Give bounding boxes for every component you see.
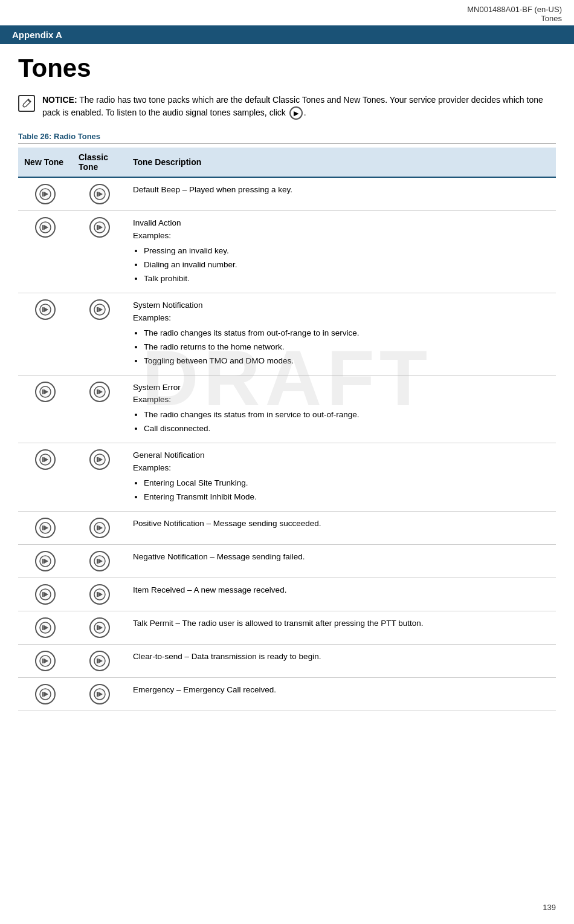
new-tone-icon[interactable] (35, 382, 56, 402)
classic-tone-icon-cell[interactable] (73, 578, 127, 611)
list-item: Entering Local Site Trunking. (144, 477, 550, 490)
table-row: Default Beep – Played when pressing a ke… (18, 177, 556, 211)
table-header: New Tone Classic Tone Tone Description (18, 148, 556, 177)
table-body: Default Beep – Played when pressing a ke… (18, 177, 556, 711)
new-tone-icon[interactable] (35, 684, 56, 704)
audio-click-icon[interactable]: ▶ (289, 106, 303, 120)
description-intro: Examples: (133, 231, 171, 240)
description-list: The radio changes its status from in ser… (144, 409, 550, 435)
classic-tone-icon-cell[interactable] (73, 677, 127, 711)
new-tone-icon-cell[interactable] (18, 611, 73, 644)
table-row: System ErrorExamples:The radio changes i… (18, 375, 556, 443)
description-title: Positive Notification – Message sending … (133, 519, 321, 528)
header-meta: MN001488A01-BF (en-US) Tones (0, 0, 574, 25)
new-tone-icon-cell[interactable] (18, 211, 73, 293)
new-tone-icon-cell[interactable] (18, 443, 73, 512)
new-tone-icon[interactable] (35, 518, 56, 538)
description-title: Default Beep – Played when pressing a ke… (133, 185, 292, 194)
description-intro: Examples: (133, 313, 171, 322)
classic-tone-icon-cell[interactable] (73, 177, 127, 211)
svg-rect-63 (42, 692, 44, 697)
description-cell: General NotificationExamples:Entering Lo… (127, 443, 556, 512)
svg-rect-42 (97, 559, 98, 564)
svg-rect-54 (97, 625, 98, 630)
description-title: Item Received – A new message received. (133, 585, 286, 594)
classic-tone-icon[interactable] (89, 584, 110, 605)
classic-tone-icon[interactable] (89, 684, 110, 704)
table-row: Invalid ActionExamples:Pressing an inval… (18, 211, 556, 293)
svg-rect-18 (97, 307, 98, 312)
classic-tone-icon[interactable] (89, 449, 110, 470)
classic-tone-icon-cell[interactable] (73, 443, 127, 512)
classic-tone-icon[interactable] (89, 518, 110, 538)
description-cell: Talk Permit – The radio user is allowed … (127, 611, 556, 644)
description-cell: Invalid ActionExamples:Pressing an inval… (127, 211, 556, 293)
new-tone-icon-cell[interactable] (18, 177, 73, 211)
description-list: The radio changes its status from out-of… (144, 327, 550, 368)
svg-rect-24 (97, 389, 98, 394)
page-title: Tones (18, 54, 556, 83)
description-cell: System ErrorExamples:The radio changes i… (127, 375, 556, 443)
table-caption: Table 26: Radio Tones (18, 132, 556, 144)
description-title: Invalid Action (133, 218, 181, 227)
classic-tone-icon-cell[interactable] (73, 611, 127, 644)
classic-tone-icon[interactable] (89, 617, 110, 638)
classic-tone-icon[interactable] (89, 382, 110, 402)
svg-rect-45 (42, 592, 44, 597)
svg-rect-9 (42, 225, 44, 230)
list-item: Call disconnected. (144, 423, 550, 435)
description-intro: Examples: (133, 395, 171, 404)
new-tone-icon[interactable] (35, 651, 56, 671)
appendix-bar: Appendix A (0, 25, 574, 44)
description-intro: Examples: (133, 463, 171, 472)
svg-rect-51 (42, 625, 44, 630)
svg-rect-15 (42, 307, 44, 312)
classic-tone-icon-cell[interactable] (73, 375, 127, 443)
list-item: The radio changes its status from in ser… (144, 409, 550, 421)
classic-tone-icon-cell[interactable] (73, 293, 127, 375)
new-tone-icon-cell[interactable] (18, 293, 73, 375)
new-tone-icon-cell[interactable] (18, 511, 73, 544)
classic-tone-icon-cell[interactable] (73, 644, 127, 677)
description-title: Talk Permit – The radio user is allowed … (133, 619, 423, 628)
svg-rect-12 (97, 225, 98, 230)
new-tone-icon-cell[interactable] (18, 544, 73, 578)
new-tone-icon[interactable] (35, 551, 56, 571)
classic-tone-icon-cell[interactable] (73, 544, 127, 578)
classic-tone-icon-cell[interactable] (73, 511, 127, 544)
description-cell: Item Received – A new message received. (127, 578, 556, 611)
new-tone-icon[interactable] (35, 449, 56, 470)
svg-rect-30 (97, 457, 98, 462)
header-line1: MN001488A01-BF (en-US) (12, 5, 562, 14)
description-cell: Clear-to-send – Data transmission is rea… (127, 644, 556, 677)
main-content: Tones NOTICE: The radio has two tone pac… (0, 54, 574, 735)
list-item: Toggling between TMO and DMO modes. (144, 355, 550, 368)
list-item: Dialing an invalid number. (144, 259, 550, 272)
classic-tone-icon[interactable] (89, 551, 110, 571)
classic-tone-icon[interactable] (89, 299, 110, 320)
new-tone-icon-cell[interactable] (18, 677, 73, 711)
new-tone-icon[interactable] (35, 299, 56, 320)
classic-tone-icon[interactable] (89, 651, 110, 671)
header-line2: Tones (12, 14, 562, 23)
new-tone-icon-cell[interactable] (18, 578, 73, 611)
description-cell: Negative Notification – Message sending … (127, 544, 556, 578)
col-header-new-tone: New Tone (18, 148, 73, 177)
new-tone-icon-cell[interactable] (18, 375, 73, 443)
tones-table: New Tone Classic Tone Tone Description D… (18, 148, 556, 711)
notice-text: NOTICE: The radio has two tone packs whi… (42, 94, 556, 120)
list-item: The radio returns to the home network. (144, 341, 550, 354)
description-cell: Positive Notification – Message sending … (127, 511, 556, 544)
new-tone-icon[interactable] (35, 584, 56, 605)
new-tone-icon[interactable] (35, 184, 56, 204)
table-row: Positive Notification – Message sending … (18, 511, 556, 544)
new-tone-icon-cell[interactable] (18, 644, 73, 677)
new-tone-icon[interactable] (35, 217, 56, 238)
classic-tone-icon-cell[interactable] (73, 211, 127, 293)
new-tone-icon[interactable] (35, 617, 56, 638)
classic-tone-icon[interactable] (89, 217, 110, 238)
svg-rect-48 (97, 592, 98, 597)
classic-tone-icon[interactable] (89, 184, 110, 204)
list-item: The radio changes its status from out-of… (144, 327, 550, 340)
list-item: Pressing an invalid key. (144, 245, 550, 258)
